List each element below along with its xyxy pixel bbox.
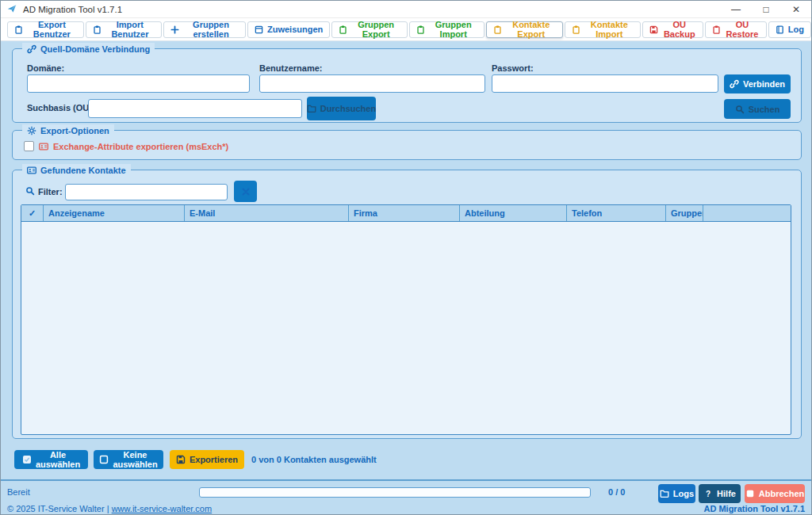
folder-icon [660, 489, 669, 498]
tab-import-benutzer[interactable]: Import Benutzer [86, 21, 162, 38]
checkbox-empty-icon [99, 455, 109, 464]
contact-card-icon [27, 166, 36, 175]
window-icon [255, 25, 263, 34]
searchbase-label: Suchbasis (OU): [27, 103, 95, 113]
clipboard-icon [572, 25, 580, 34]
maximize-button[interactable]: □ [751, 1, 781, 18]
contacts-table: ✓AnzeigenameE-MailFirmaAbteilungTelefonG… [21, 204, 791, 435]
domain-label: Domäne: [27, 63, 64, 73]
tab-kontakte-import[interactable]: Kontakte Import [565, 21, 641, 38]
source-domain-legend-label: Quell-Domäne Verbindung [40, 44, 150, 54]
statusbar-divider [1, 479, 811, 481]
select-none-button[interactable]: Keine auswählen [94, 450, 163, 469]
tab-log[interactable]: Log [768, 21, 811, 38]
clipboard-icon [14, 25, 23, 34]
column-header-[interactable]: ✓ [21, 205, 44, 221]
footer-version: AD Migration Tool v1.7.1 [703, 504, 805, 513]
export-options-legend: Export-Optionen [22, 124, 114, 136]
domain-input[interactable] [27, 74, 250, 93]
question-icon: ? [703, 489, 713, 498]
source-domain-group: Quell-Domäne Verbindung Domäne: Benutzer… [12, 48, 802, 123]
username-input[interactable] [259, 74, 485, 93]
clipboard-icon [493, 25, 502, 34]
x-icon [241, 187, 251, 196]
column-header-anzeigename[interactable]: Anzeigename [44, 205, 185, 221]
app-window: AD Migration Tool v1.7.1 — □ ✕ Export Be… [0, 0, 812, 515]
link-icon [730, 79, 739, 89]
found-contacts-legend-label: Gefundene Kontakte [40, 166, 126, 175]
footer-separator: | [107, 504, 109, 513]
tab-export-benutzer[interactable]: Export Benutzer [7, 21, 84, 38]
copyright-text: © 2025 IT-Service Walter [7, 504, 105, 513]
username-label: Benutzername: [259, 63, 322, 73]
progress-bar [199, 487, 591, 498]
clipboard-icon [712, 25, 721, 34]
titlebar: AD Migration Tool v1.7.1 — □ ✕ [1, 1, 811, 18]
search-button[interactable]: Suchen [724, 99, 791, 119]
save-icon [176, 455, 186, 464]
clipboard-icon [93, 25, 102, 34]
link-icon [27, 44, 36, 54]
browse-button[interactable]: Durchsuchen [307, 97, 376, 120]
tab-gruppen-erstellen[interactable]: Gruppen erstellen [163, 21, 246, 38]
column-header-abteilung[interactable]: Abteilung [460, 205, 567, 221]
plus-icon [170, 25, 179, 34]
password-label: Passwort: [492, 63, 534, 73]
column-header-empty[interactable] [703, 205, 791, 221]
tab-zuweisungen[interactable]: Zuweisungen [247, 21, 330, 38]
stop-icon [745, 489, 755, 498]
export-options-group: Export-Optionen Exchange-Attribute expor… [12, 130, 802, 160]
cancel-button[interactable]: Abbrechen [745, 484, 805, 503]
folder-icon [307, 104, 316, 113]
connect-button[interactable]: Verbinden [724, 74, 791, 93]
footer-copyright: © 2025 IT-Service Walter | www.it-servic… [7, 504, 212, 513]
checkbox-checked-icon [22, 455, 32, 464]
exchange-attributes-checkbox[interactable]: Exchange-Attribute exportieren (msExch*) [24, 141, 228, 151]
tab-kontakte-export[interactable]: Kontakte Export [486, 21, 563, 38]
export-options-legend-label: Export-Optionen [40, 126, 109, 135]
filter-input[interactable] [65, 184, 228, 200]
password-input[interactable] [492, 74, 718, 93]
searchbase-input[interactable] [88, 99, 302, 118]
clipboard-icon [339, 25, 347, 34]
select-all-button[interactable]: Alle auswählen [14, 450, 88, 469]
save-icon [649, 25, 658, 34]
column-header-gruppen[interactable]: Gruppen [666, 205, 703, 221]
clipboard-icon [416, 25, 425, 34]
column-header-telefon[interactable]: Telefon [567, 205, 666, 221]
contact-card-icon [39, 142, 48, 151]
tab-ou-restore[interactable]: OU Restore [705, 21, 767, 38]
gear-icon [27, 126, 36, 135]
tab-gruppen-export[interactable]: Gruppen Export [331, 21, 408, 38]
found-contacts-group: Gefundene Kontakte Filter: ✓AnzeigenameE… [12, 170, 802, 439]
export-button[interactable]: Exportieren [170, 450, 244, 469]
svg-text:?: ? [706, 490, 710, 498]
status-message: Bereit [7, 487, 30, 497]
progress-count: 0 / 0 [608, 487, 625, 497]
tab-ou-backup[interactable]: OU Backup [642, 21, 703, 38]
footer-link[interactable]: www.it-service-walter.com [112, 504, 213, 513]
tab-gruppen-import[interactable]: Gruppen Import [409, 21, 485, 38]
window-controls: — □ ✕ [721, 1, 811, 18]
search-icon [25, 186, 35, 196]
close-button[interactable]: ✕ [781, 1, 811, 18]
checkbox-box[interactable] [24, 141, 34, 151]
column-header-firma[interactable]: Firma [349, 205, 460, 221]
help-button[interactable]: ? Hilfe [699, 484, 741, 503]
selection-status: 0 von 0 Kontakten ausgewählt [251, 455, 377, 464]
clear-filter-button[interactable] [234, 181, 257, 202]
source-domain-legend: Quell-Domäne Verbindung [22, 43, 155, 55]
column-header-e-mail[interactable]: E-Mail [185, 205, 349, 221]
logs-button[interactable]: Logs [658, 484, 695, 503]
found-contacts-legend: Gefundene Kontakte [22, 164, 131, 176]
window-title: AD Migration Tool v1.7.1 [23, 5, 122, 14]
minimize-button[interactable]: — [721, 1, 751, 18]
tab-bar: Export BenutzerImport BenutzerGruppen er… [1, 18, 811, 41]
filter-label: Filter: [38, 187, 63, 196]
book-icon [776, 25, 784, 34]
search-icon [735, 105, 745, 114]
app-icon [7, 4, 17, 14]
contacts-table-header: ✓AnzeigenameE-MailFirmaAbteilungTelefonG… [21, 205, 791, 222]
